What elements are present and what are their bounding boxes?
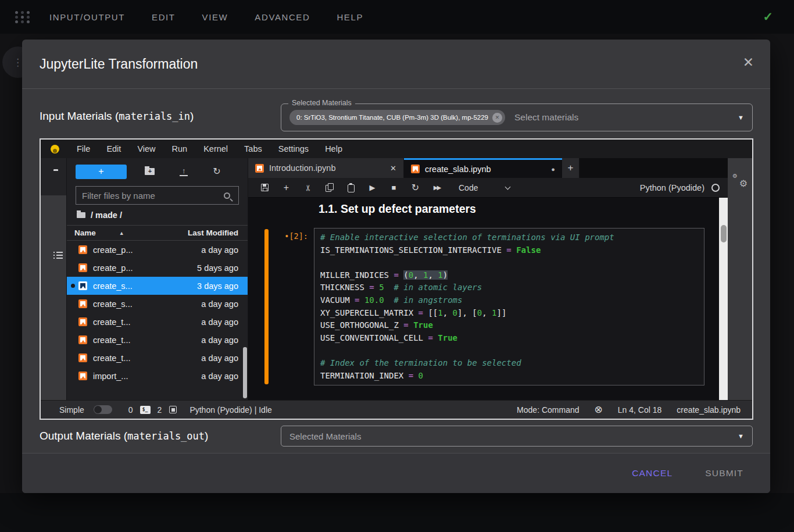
cursor-position[interactable]: Ln 4, Col 18 (618, 405, 662, 415)
material-chip[interactable]: 0: SrTiO3, Strontium Titanate, CUB (Pm-3… (289, 110, 505, 125)
markdown-heading: 1.1. Set up defect parameters (319, 202, 476, 216)
file-row[interactable]: create_t...a day ago (67, 331, 248, 349)
dialog-header: JupyterLite Transformation ✕ (22, 40, 770, 89)
refresh-icon[interactable]: ↻ (213, 167, 220, 176)
paste-cells-icon[interactable] (346, 183, 355, 192)
sort-ascending-icon[interactable]: ▲ (119, 230, 124, 236)
kernel-status-text[interactable]: Python (Pyodide) | Idle (189, 405, 271, 415)
code-cell[interactable]: •[2]: # Enable interactive selection of … (248, 228, 704, 385)
jp-menu-settings[interactable]: Settings (270, 144, 317, 153)
jp-menu-tabs[interactable]: Tabs (236, 144, 270, 153)
cell-type-select[interactable]: Code (459, 183, 478, 192)
property-inspector-icon[interactable]: ⚙ ⚙ (732, 173, 747, 188)
filter-files-input[interactable] (82, 191, 224, 201)
file-list-scrollbar[interactable] (243, 347, 247, 398)
new-launcher-button[interactable]: + (76, 165, 127, 179)
tab-create-slab-ipynb[interactable]: create_slab.ipynb ● (404, 158, 562, 178)
file-row[interactable]: import_...a day ago (67, 367, 248, 385)
file-row[interactable]: create_t...a day ago (67, 313, 248, 331)
notebook-panel: Introduction.ipynb ✕ create_slab.ipynb ●… (248, 158, 728, 400)
file-name: create_t... (93, 317, 201, 327)
notebook-toolbar: + ✂ ▶ ■ ↻ ▶▶ Code Python (Pyodide) (248, 178, 728, 198)
app-logo-icon[interactable] (15, 11, 31, 23)
file-list: create_p...a day agocreate_p...5 days ag… (67, 241, 248, 400)
jp-menu-edit[interactable]: Edit (98, 144, 129, 153)
file-row[interactable]: create_s...a day ago (67, 295, 248, 313)
code-line: # Index of the termination to be selecte… (320, 357, 698, 370)
run-cell-icon[interactable]: ▶ (368, 183, 377, 192)
upload-icon[interactable]: ↑ (180, 167, 188, 176)
output-materials-value: Selected Materials (289, 431, 361, 441)
apply-check-icon[interactable]: ✓ (763, 10, 773, 24)
output-materials-select[interactable]: Selected Materials ▼ (281, 426, 753, 447)
restart-kernel-icon[interactable]: ↻ (411, 183, 420, 192)
menu-input-output[interactable]: INPUT/OUTPUT (49, 12, 125, 22)
notebook-file-icon (255, 164, 264, 173)
cut-cells-icon[interactable]: ✂ (303, 183, 312, 192)
file-name: create_t... (93, 335, 201, 345)
terminal-icon: $_ (140, 406, 151, 414)
tab-introduction-ipynb[interactable]: Introduction.ipynb ✕ (248, 158, 404, 178)
notebook-scrollbar-thumb[interactable] (721, 225, 727, 242)
chevron-down-icon[interactable]: ▼ (738, 114, 744, 121)
input-materials-select[interactable]: Selected Materials 0: SrTiO3, Strontium … (281, 103, 753, 131)
jp-menu-file[interactable]: File (69, 144, 98, 153)
column-last-modified[interactable]: Last Modified (188, 228, 238, 237)
chevron-down-icon[interactable] (505, 184, 511, 190)
save-icon[interactable] (260, 183, 269, 192)
menu-edit[interactable]: EDIT (152, 12, 176, 22)
notebook-scroll-area[interactable]: 1.1. Set up defect parameters •[2]: # En… (248, 198, 719, 400)
new-folder-icon[interactable] (145, 168, 155, 175)
terminals-count[interactable]: 0 (128, 405, 133, 415)
chip-remove-icon[interactable]: ✕ (492, 113, 502, 123)
kernels-count[interactable]: 2 (158, 405, 162, 415)
command-mode-indicator[interactable]: Mode: Command (517, 405, 579, 415)
selected-materials-legend: Selected Materials (288, 99, 355, 107)
copy-cells-icon[interactable] (325, 183, 334, 192)
jupyter-main: + ↑ ↻ / made / Name ▲ (41, 158, 752, 400)
menu-view[interactable]: VIEW (202, 12, 228, 22)
breadcrumb[interactable]: / made / (67, 210, 248, 225)
notebook-file-icon (78, 245, 87, 254)
interrupt-kernel-icon[interactable]: ■ (389, 183, 398, 192)
folder-icon (77, 212, 85, 218)
submit-button[interactable]: SUBMIT (705, 468, 743, 479)
file-name: create_t... (93, 354, 201, 363)
tab-label: create_slab.ipynb (425, 165, 545, 174)
not-trusted-icon[interactable]: ⊗ (595, 405, 603, 415)
code-line: # Enable interactive selection of termin… (320, 231, 698, 244)
simple-mode-toggle[interactable] (94, 405, 112, 414)
notebook-file-icon (78, 317, 87, 326)
insert-cell-icon[interactable]: + (282, 183, 291, 192)
file-row[interactable]: create_p...5 days ago (67, 259, 248, 277)
file-name: create_s... (93, 281, 197, 291)
file-modified: a day ago (201, 317, 238, 327)
kernel-name[interactable]: Python (Pyodide) (640, 183, 704, 192)
file-row[interactable]: create_t...a day ago (67, 349, 248, 367)
jp-menu-run[interactable]: Run (164, 144, 196, 153)
breadcrumb-path: / made / (91, 210, 122, 220)
code-line: XY_SUPERCELL_MATRIX = [[1, 0], [0, 1]] (320, 307, 698, 320)
kernel-sessions-icon (169, 406, 177, 413)
column-name[interactable]: Name (74, 228, 96, 237)
code-editor[interactable]: # Enable interactive selection of termin… (314, 228, 704, 385)
file-row[interactable]: create_p...a day ago (67, 241, 248, 259)
jp-menu-kernel[interactable]: Kernel (195, 144, 236, 153)
tab-close-icon[interactable]: ✕ (390, 164, 396, 173)
file-row[interactable]: create_s...3 days ago (67, 277, 248, 295)
file-modified: a day ago (201, 372, 238, 381)
code-line: TERMINATION_INDEX = 0 (320, 370, 698, 383)
cancel-button[interactable]: CANCEL (632, 468, 673, 479)
jp-menu-help[interactable]: Help (317, 144, 350, 153)
code-line: USE_CONVENTIONAL_CELL = True (320, 332, 698, 345)
run-all-cells-icon[interactable]: ▶▶ (432, 183, 441, 192)
chevron-down-icon[interactable]: ▼ (738, 433, 744, 440)
menu-help[interactable]: HELP (337, 12, 363, 22)
close-icon[interactable]: ✕ (743, 56, 754, 69)
kernel-status-icon[interactable] (711, 184, 720, 192)
jp-menu-view[interactable]: View (129, 144, 163, 153)
notebook-scrollbar-track[interactable] (719, 198, 728, 400)
notebook-content: 1.1. Set up defect parameters •[2]: # En… (248, 198, 728, 400)
menu-advanced[interactable]: ADVANCED (255, 12, 310, 22)
add-tab-icon[interactable]: + (562, 158, 580, 178)
